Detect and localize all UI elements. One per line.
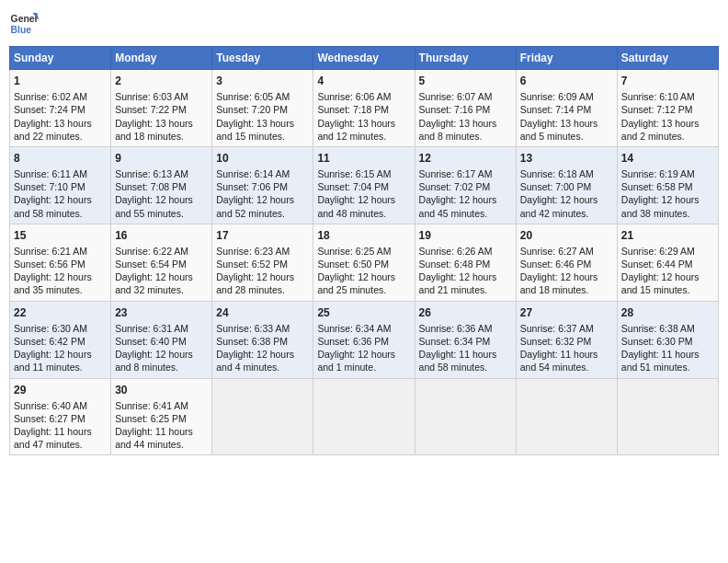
- day-info-line: Daylight: 12 hours: [317, 270, 410, 283]
- day-number: 5: [419, 74, 512, 88]
- day-info-line: and 15 minutes.: [621, 283, 714, 296]
- weekday-header: Monday: [111, 47, 212, 70]
- day-number: 13: [520, 151, 613, 166]
- day-info-line: Daylight: 12 hours: [14, 193, 107, 206]
- day-info-line: Sunrise: 6:22 AM: [115, 245, 208, 258]
- day-info-line: and 54 minutes.: [520, 361, 613, 373]
- day-info-line: Daylight: 12 hours: [216, 193, 309, 206]
- day-info-line: Sunrise: 6:13 AM: [115, 167, 208, 180]
- calendar-cell: 10Sunrise: 6:14 AMSunset: 7:06 PMDayligh…: [212, 146, 313, 224]
- weekday-header: Tuesday: [212, 47, 313, 70]
- day-info-line: Sunrise: 6:14 AM: [216, 167, 309, 180]
- day-info-line: Sunset: 7:02 PM: [419, 180, 512, 193]
- day-number: 26: [419, 305, 512, 320]
- day-info-line: Sunset: 6:36 PM: [317, 335, 410, 348]
- day-info-line: Sunrise: 6:17 AM: [419, 167, 512, 180]
- day-info-line: Daylight: 12 hours: [14, 270, 107, 283]
- day-info-line: Sunset: 7:08 PM: [115, 180, 208, 193]
- day-info-line: and 5 minutes.: [520, 130, 613, 143]
- calendar-cell: 24Sunrise: 6:33 AMSunset: 6:38 PMDayligh…: [212, 301, 313, 378]
- calendar-cell: 18Sunrise: 6:25 AMSunset: 6:50 PMDayligh…: [313, 224, 415, 301]
- day-info-line: Daylight: 12 hours: [317, 348, 410, 361]
- day-info-line: Daylight: 13 hours: [317, 117, 410, 130]
- weekday-header: Friday: [516, 47, 617, 70]
- day-info-line: Sunrise: 6:05 AM: [216, 90, 309, 103]
- day-info-line: Daylight: 12 hours: [317, 193, 410, 206]
- day-info-line: and 51 minutes.: [621, 361, 714, 373]
- calendar-cell: [212, 378, 313, 455]
- day-info-line: Sunset: 6:54 PM: [115, 258, 208, 270]
- calendar-week-row: 15Sunrise: 6:21 AMSunset: 6:56 PMDayligh…: [10, 224, 719, 301]
- day-info-line: Daylight: 11 hours: [14, 425, 107, 438]
- calendar-cell: 4Sunrise: 6:06 AMSunset: 7:18 PMDaylight…: [313, 70, 415, 147]
- calendar-cell: [415, 378, 516, 455]
- day-info-line: Sunrise: 6:30 AM: [14, 322, 107, 335]
- day-info-line: Daylight: 12 hours: [14, 348, 107, 361]
- day-info-line: Sunrise: 6:21 AM: [14, 245, 107, 258]
- calendar-cell: 6Sunrise: 6:09 AMSunset: 7:14 PMDaylight…: [516, 70, 617, 147]
- day-info-line: and 28 minutes.: [216, 283, 309, 296]
- day-number: 19: [419, 228, 512, 243]
- day-info-line: Sunrise: 6:06 AM: [317, 90, 410, 103]
- day-info-line: and 38 minutes.: [621, 207, 714, 220]
- day-info-line: Sunrise: 6:37 AM: [520, 322, 613, 335]
- day-info-line: and 42 minutes.: [520, 207, 613, 220]
- day-number: 29: [14, 383, 107, 397]
- day-info-line: Sunrise: 6:03 AM: [115, 90, 208, 103]
- day-info-line: Sunrise: 6:27 AM: [520, 245, 613, 258]
- day-number: 3: [216, 74, 309, 88]
- day-info-line: and 8 minutes.: [419, 130, 512, 143]
- day-info-line: and 4 minutes.: [216, 361, 309, 373]
- day-info-line: Sunset: 6:48 PM: [419, 258, 512, 270]
- day-number: 18: [317, 228, 410, 243]
- day-info-line: Daylight: 12 hours: [115, 193, 208, 206]
- day-info-line: Daylight: 12 hours: [419, 193, 512, 206]
- day-info-line: Sunset: 6:25 PM: [115, 412, 208, 425]
- day-info-line: Daylight: 13 hours: [14, 117, 107, 130]
- day-number: 10: [216, 151, 309, 166]
- day-info-line: Daylight: 11 hours: [520, 348, 613, 361]
- day-info-line: Sunrise: 6:11 AM: [14, 167, 107, 180]
- day-info-line: Daylight: 12 hours: [115, 270, 208, 283]
- day-info-line: Sunset: 7:06 PM: [216, 180, 309, 193]
- day-info-line: Sunrise: 6:19 AM: [621, 167, 714, 180]
- day-number: 22: [14, 305, 107, 320]
- calendar-cell: 15Sunrise: 6:21 AMSunset: 6:56 PMDayligh…: [10, 224, 111, 301]
- calendar-cell: 20Sunrise: 6:27 AMSunset: 6:46 PMDayligh…: [516, 224, 617, 301]
- day-info-line: Daylight: 13 hours: [115, 117, 208, 130]
- calendar-cell: [313, 378, 415, 455]
- calendar-week-row: 1Sunrise: 6:02 AMSunset: 7:24 PMDaylight…: [10, 70, 719, 147]
- day-info-line: Sunset: 7:18 PM: [317, 103, 410, 116]
- calendar-table: SundayMondayTuesdayWednesdayThursdayFrid…: [9, 46, 719, 455]
- calendar-cell: 21Sunrise: 6:29 AMSunset: 6:44 PMDayligh…: [617, 224, 718, 301]
- day-info-line: Sunrise: 6:18 AM: [520, 167, 613, 180]
- day-number: 21: [621, 228, 714, 243]
- day-info-line: Sunset: 6:44 PM: [621, 258, 714, 270]
- weekday-header: Sunday: [10, 47, 111, 70]
- day-number: 1: [14, 74, 107, 88]
- calendar-cell: 13Sunrise: 6:18 AMSunset: 7:00 PMDayligh…: [516, 146, 617, 224]
- day-number: 23: [115, 305, 208, 320]
- day-info-line: Daylight: 13 hours: [520, 117, 613, 130]
- day-info-line: Sunset: 7:22 PM: [115, 103, 208, 116]
- day-info-line: and 11 minutes.: [14, 361, 107, 373]
- day-info-line: and 8 minutes.: [115, 361, 208, 373]
- day-info-line: Sunrise: 6:33 AM: [216, 322, 309, 335]
- day-info-line: and 22 minutes.: [14, 130, 107, 143]
- weekday-header: Saturday: [617, 47, 718, 70]
- day-info-line: and 18 minutes.: [520, 283, 613, 296]
- calendar-cell: 16Sunrise: 6:22 AMSunset: 6:54 PMDayligh…: [111, 224, 212, 301]
- day-info-line: Daylight: 12 hours: [216, 270, 309, 283]
- day-info-line: Sunset: 6:40 PM: [115, 335, 208, 348]
- day-number: 6: [520, 74, 613, 88]
- day-info-line: and 21 minutes.: [419, 283, 512, 296]
- day-info-line: Sunset: 6:58 PM: [621, 180, 714, 193]
- day-info-line: Sunrise: 6:15 AM: [317, 167, 410, 180]
- day-info-line: Sunrise: 6:34 AM: [317, 322, 410, 335]
- calendar-cell: 3Sunrise: 6:05 AMSunset: 7:20 PMDaylight…: [212, 70, 313, 147]
- calendar-cell: 19Sunrise: 6:26 AMSunset: 6:48 PMDayligh…: [415, 224, 516, 301]
- day-number: 25: [317, 305, 410, 320]
- day-info-line: Sunset: 6:50 PM: [317, 258, 410, 270]
- calendar-cell: 23Sunrise: 6:31 AMSunset: 6:40 PMDayligh…: [111, 301, 212, 378]
- calendar-cell: 5Sunrise: 6:07 AMSunset: 7:16 PMDaylight…: [415, 70, 516, 147]
